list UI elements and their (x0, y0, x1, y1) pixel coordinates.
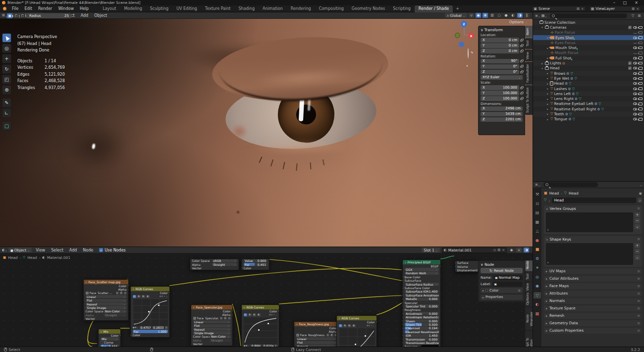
remove-button[interactable]: − (635, 218, 640, 223)
disable-render-camera-icon[interactable] (639, 98, 643, 101)
panel-color-attributes[interactable]: ▸Color Attributes≡ (544, 276, 642, 282)
pause-render-button[interactable]: ∥ (524, 13, 530, 18)
curve-channel-c[interactable]: C (133, 295, 136, 298)
node-number-field[interactable]: Transmission0.000 (405, 338, 439, 341)
hide-viewport-eye-icon[interactable] (633, 26, 637, 29)
input-socket[interactable] (402, 338, 404, 340)
curve-channel-g[interactable]: G (348, 324, 351, 327)
particles-properties-tab[interactable]: ∗ (534, 264, 541, 271)
disclosure-right-icon[interactable]: ▸ (546, 102, 549, 105)
tool-select-box[interactable] (2, 33, 11, 43)
disable-render-camera-icon[interactable] (639, 87, 643, 90)
input-socket[interactable] (402, 316, 404, 318)
hidden-eye-icon[interactable] (633, 52, 637, 54)
axis-value-field[interactable]: X2496 cm (481, 106, 523, 111)
panel-attributes[interactable]: ▸Attributes≡ (544, 291, 642, 297)
panel-header[interactable]: ∨Vertex Groups≡ (544, 205, 642, 211)
panel-face-maps[interactable]: ▸Face Maps≡ (544, 283, 642, 290)
outliner-row[interactable]: ▸Lights⊙✓ (533, 60, 644, 65)
lock-icon[interactable] (520, 71, 523, 73)
visibility-checkbox[interactable]: ✓ (628, 61, 632, 65)
output-socket[interactable] (231, 314, 233, 316)
view-layer-remove-icon[interactable]: × (636, 7, 639, 11)
side-tab-tool[interactable]: Tool (525, 38, 533, 49)
node-select[interactable]: sRGB⌄ (212, 259, 237, 262)
rotation-mode-select[interactable]: XYZ Euler⌄ (481, 75, 523, 80)
outliner-row[interactable]: Scene Collection (533, 20, 644, 25)
curve-channel-c[interactable]: C (244, 313, 247, 316)
node-select[interactable]: Mix⌄ (101, 337, 119, 340)
scene-selector[interactable]: ▣ Scene ⊞ × (532, 6, 586, 11)
axis-value-field[interactable]: X100.000 (481, 85, 519, 90)
curve-widget[interactable] (244, 317, 277, 344)
node-face-roughness[interactable]: ∨Face_Roughness.jpgColorAlphaFace_Roughn… (294, 321, 339, 347)
properties-subpanel[interactable]: ▸Properties (481, 295, 523, 300)
shader-menu-add[interactable]: Add (66, 248, 80, 252)
input-socket[interactable] (402, 331, 404, 333)
input-socket[interactable] (455, 265, 456, 267)
workspace-tab-uv-editing[interactable]: UV Editing (172, 5, 201, 12)
node-header[interactable]: ∨RGB Curves (242, 305, 279, 309)
input-socket[interactable] (402, 302, 404, 303)
disable-render-camera-icon[interactable] (639, 113, 643, 116)
axis-value-field[interactable]: Z100.000 (481, 96, 519, 101)
outliner-row[interactable]: ▸▽Teeth⚙▽ (533, 111, 644, 116)
outliner-row[interactable]: ▾Head✓ (533, 66, 644, 71)
add-button[interactable]: + (635, 212, 640, 217)
image-browse-icon[interactable]: ⊡ (116, 292, 119, 295)
output-socket[interactable] (376, 321, 377, 323)
viewport-menu-object[interactable]: Object (91, 13, 110, 18)
radius-slider[interactable]: Radius 25 (26, 13, 72, 18)
gizmo-axis-y[interactable] (455, 33, 460, 38)
node-number-field[interactable]: Value0.900 (244, 259, 268, 262)
curve-widget[interactable] (339, 328, 375, 347)
tool-add-cube[interactable]: ▢ (2, 121, 11, 131)
node-number-field[interactable]: IOR1.450 (405, 334, 439, 337)
input-socket[interactable] (402, 327, 404, 329)
disclosure-right-icon[interactable]: ▸ (546, 77, 549, 80)
axis-value-field[interactable]: Y100.000 (481, 91, 519, 96)
panel-geometry-data[interactable]: ▸Geometry Data≡ (544, 320, 642, 327)
outliner-search-input[interactable] (550, 13, 627, 18)
lock-icon[interactable] (520, 87, 523, 89)
menu-window[interactable]: Window (55, 6, 77, 11)
hide-viewport-eye-icon[interactable] (633, 62, 637, 64)
tool-properties-tab[interactable]: ⚒ (534, 191, 541, 198)
node-face-scatter-map[interactable]: ∨Face_Scatter map.jpgColorAlphaFace_Scat… (83, 279, 129, 321)
viewport-3d[interactable]: ⊞⌄ ■ Object Mode⌄ ViewSelectAddObject ⟂ … (0, 12, 533, 247)
close-button[interactable]: × (635, 0, 638, 5)
add-button[interactable]: + (635, 243, 640, 248)
disable-render-camera-icon[interactable] (639, 42, 643, 45)
menu-edit[interactable]: Edit (21, 6, 35, 11)
node-slider[interactable]: Clearcoat0.194 (405, 327, 439, 330)
workspace-tab-sculpting[interactable]: Sculpting (146, 5, 172, 12)
disable-render-camera-icon[interactable] (639, 118, 643, 121)
properties-search-input[interactable] (543, 182, 598, 187)
hide-viewport-eye-icon[interactable] (633, 118, 637, 120)
node-select[interactable]: Single Image⌄ (86, 306, 127, 309)
node-header[interactable]: ∨RGB Curves (131, 287, 169, 291)
node-header[interactable]: ∨Principled BSDF (403, 260, 440, 264)
panel-remesh[interactable]: ▸Remesh≡ (544, 313, 642, 319)
image-name[interactable]: Face_Scatter ... (90, 291, 115, 295)
node-select[interactable]: Flat⌄ (193, 324, 231, 327)
properties-editor-type-icon[interactable]: ≡⌄ (535, 182, 540, 187)
input-socket[interactable] (402, 276, 404, 278)
node-number-field[interactable]: Specular Tint0.000 (405, 304, 439, 307)
tool-cursor[interactable]: ◎ (2, 44, 11, 53)
menu-help[interactable]: Help (77, 6, 92, 11)
input-socket[interactable] (402, 335, 404, 337)
slot-selector[interactable]: Slot 1⌄ (422, 248, 440, 252)
disclosure-right-icon[interactable]: ▸ (546, 92, 549, 95)
curve-channel-b[interactable]: B (257, 313, 261, 316)
disclosure-right-icon[interactable]: ▸ (546, 118, 549, 121)
tool-scale[interactable]: ◰ (2, 75, 11, 84)
input-socket[interactable] (98, 345, 100, 347)
outliner-row[interactable]: Mouth Focus (533, 50, 644, 55)
node-slider[interactable]: Fac1.000 (133, 330, 168, 333)
disable-render-camera-icon[interactable] (639, 47, 643, 50)
new-collection-icon[interactable]: ⊞ (637, 13, 642, 18)
world-properties-tab[interactable]: ● (534, 237, 541, 244)
outliner-editor-type-icon[interactable]: ≡⌄ (535, 13, 540, 18)
axis-value-field[interactable]: Y0 cm (481, 43, 519, 48)
